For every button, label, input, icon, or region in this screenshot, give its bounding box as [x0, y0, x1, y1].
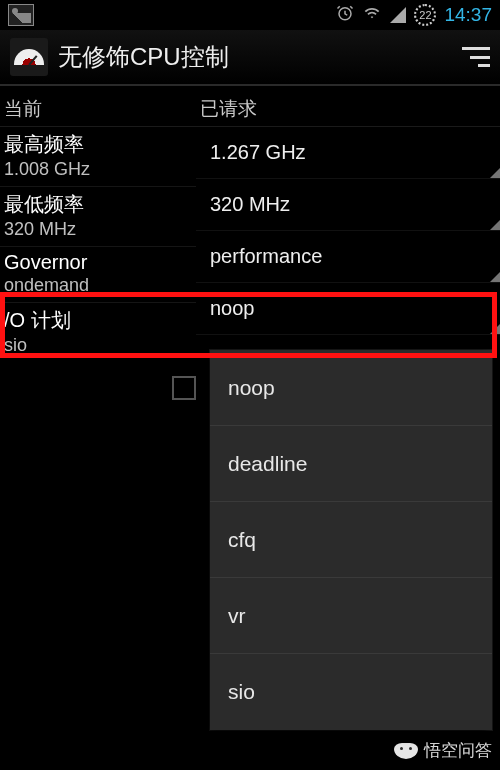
- max-freq-requested: 1.267 GHz: [210, 141, 306, 164]
- max-freq-current: 1.008 GHz: [4, 159, 192, 180]
- chevron-down-icon: [490, 220, 500, 230]
- watermark-text: 悟空问答: [424, 739, 492, 762]
- watermark: 悟空问答: [394, 739, 492, 762]
- row-iosched-current: /O 计划 sio: [0, 303, 196, 362]
- min-freq-spinner[interactable]: 320 MHz: [196, 179, 500, 231]
- signal-icon: [390, 7, 406, 23]
- dropdown-item-deadline[interactable]: deadline: [210, 426, 492, 502]
- checkbox[interactable]: [172, 376, 196, 400]
- watermark-icon: [394, 743, 418, 759]
- dropdown-item-noop[interactable]: noop: [210, 350, 492, 426]
- requested-header: 已请求: [196, 90, 500, 127]
- iosched-requested: noop: [210, 297, 255, 320]
- menu-icon[interactable]: [462, 47, 490, 67]
- gallery-icon: [8, 4, 34, 26]
- alarm-icon: [336, 4, 354, 27]
- dropdown-item-cfq[interactable]: cfq: [210, 502, 492, 578]
- app-title: 无修饰CPU控制: [58, 41, 452, 73]
- chevron-down-icon: [490, 324, 500, 334]
- app-icon: [10, 38, 48, 76]
- max-freq-spinner[interactable]: 1.267 GHz: [196, 127, 500, 179]
- current-column: 当前 最高频率 1.008 GHz 最低频率 320 MHz Governor …: [0, 86, 196, 400]
- min-freq-label: 最低频率: [4, 191, 192, 218]
- row-max-freq-current: 最高频率 1.008 GHz: [0, 127, 196, 187]
- governor-spinner[interactable]: performance: [196, 231, 500, 283]
- wifi-icon: [362, 5, 382, 26]
- max-freq-label: 最高频率: [4, 131, 192, 158]
- chevron-down-icon: [490, 272, 500, 282]
- iosched-current: sio: [4, 335, 192, 356]
- row-min-freq-current: 最低频率 320 MHz: [0, 187, 196, 247]
- iosched-dropdown: noop deadline cfq vr sio: [210, 350, 492, 730]
- governor-current: ondemand: [4, 275, 192, 296]
- governor-label: Governor: [4, 251, 192, 274]
- rotation-badge: 22: [414, 4, 436, 26]
- status-bar: 22 14:37: [0, 0, 500, 30]
- chevron-down-icon: [490, 168, 500, 178]
- dropdown-item-vr[interactable]: vr: [210, 578, 492, 654]
- iosched-spinner[interactable]: noop: [196, 283, 500, 335]
- current-header: 当前: [0, 90, 196, 127]
- min-freq-requested: 320 MHz: [210, 193, 290, 216]
- app-bar: 无修饰CPU控制: [0, 30, 500, 86]
- status-time: 14:37: [444, 4, 492, 26]
- iosched-label: /O 计划: [4, 307, 192, 334]
- min-freq-current: 320 MHz: [4, 219, 192, 240]
- dropdown-item-sio[interactable]: sio: [210, 654, 492, 730]
- governor-requested: performance: [210, 245, 322, 268]
- row-governor-current: Governor ondemand: [0, 247, 196, 303]
